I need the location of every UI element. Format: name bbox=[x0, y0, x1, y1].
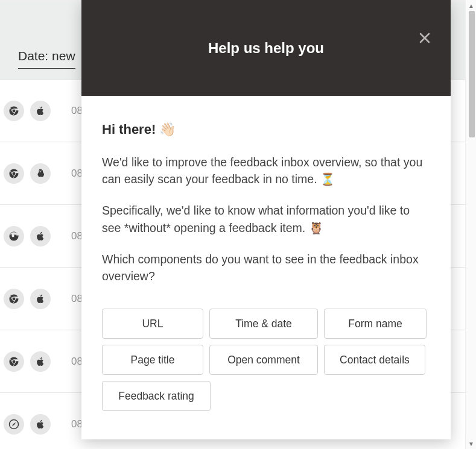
safari-icon bbox=[4, 414, 24, 435]
modal-header: Help us help you bbox=[81, 0, 451, 96]
modal-paragraph-2: Specifically, we'd like to know what inf… bbox=[102, 202, 430, 236]
scrollbar-thumb[interactable] bbox=[469, 11, 475, 137]
apple-icon bbox=[30, 289, 51, 309]
option-contact-details[interactable]: Contact details bbox=[324, 345, 425, 375]
chrome-icon bbox=[4, 163, 24, 184]
option-time-date[interactable]: Time & date bbox=[209, 309, 318, 339]
help-us-modal: Help us help you Hi there! 👋🏻 We'd like … bbox=[81, 0, 451, 439]
date-sort-dropdown[interactable]: Date: new bbox=[18, 49, 75, 69]
modal-question: Which components do you want to see in t… bbox=[102, 251, 430, 285]
linux-icon bbox=[30, 163, 51, 184]
option-open-comment[interactable]: Open comment bbox=[209, 345, 318, 375]
close-icon bbox=[417, 31, 432, 45]
modal-paragraph-1: We'd like to improve the feedback inbox … bbox=[102, 154, 430, 188]
modal-body: Hi there! 👋🏻 We'd like to improve the fe… bbox=[81, 96, 451, 417]
modal-greeting: Hi there! 👋🏻 bbox=[102, 120, 430, 139]
option-feedback-rating[interactable]: Feedback rating bbox=[102, 381, 211, 411]
vertical-scrollbar[interactable]: ▲ ▼ bbox=[465, 0, 476, 449]
apple-icon bbox=[30, 414, 51, 435]
apple-icon bbox=[30, 101, 51, 121]
chrome-icon bbox=[4, 351, 24, 372]
modal-close-button[interactable] bbox=[414, 28, 435, 48]
option-page-title[interactable]: Page title bbox=[102, 345, 203, 375]
option-list: URL Time & date Form name Page title Ope… bbox=[102, 309, 430, 411]
scroll-up-arrow[interactable]: ▲ bbox=[466, 0, 476, 11]
option-url[interactable]: URL bbox=[102, 309, 203, 339]
option-form-name[interactable]: Form name bbox=[324, 309, 427, 339]
modal-title: Help us help you bbox=[208, 40, 324, 57]
apple-icon bbox=[30, 351, 51, 372]
scroll-down-arrow[interactable]: ▼ bbox=[466, 438, 476, 449]
chrome-icon bbox=[4, 101, 24, 121]
firefox-icon bbox=[4, 226, 24, 246]
chrome-icon bbox=[4, 289, 24, 309]
apple-icon bbox=[30, 226, 51, 246]
